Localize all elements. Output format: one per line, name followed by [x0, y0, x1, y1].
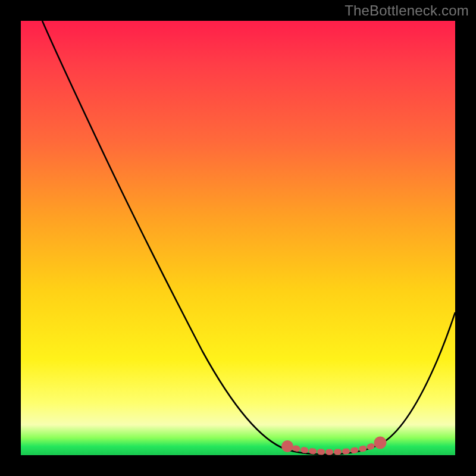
curve-layer: [21, 21, 455, 455]
svg-point-0: [284, 443, 290, 449]
plot-area: [21, 21, 455, 455]
optimal-range-marker: [284, 440, 384, 452]
chart-stage: TheBottleneck.com: [0, 0, 476, 476]
svg-point-1: [377, 440, 384, 446]
attribution-watermark: TheBottleneck.com: [345, 2, 469, 19]
bottleneck-curve: [42, 21, 455, 455]
